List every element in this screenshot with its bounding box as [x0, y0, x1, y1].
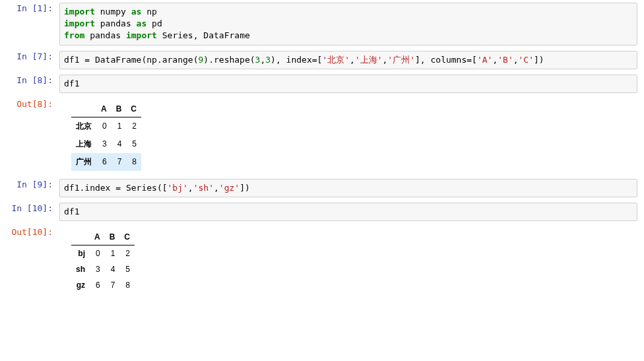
- table-cell: 6: [96, 153, 112, 171]
- code-text: df1: [64, 207, 79, 216]
- code-text: ,: [214, 183, 219, 193]
- table-cell: 8: [119, 277, 135, 293]
- input-prompt: In [10]:: [0, 203, 59, 221]
- input-prompt: In [7]:: [0, 51, 59, 69]
- cell-content: df1.index = Series(['bj','sh','gz']): [59, 179, 644, 197]
- code-text: numpy: [95, 7, 131, 16]
- keyword: as: [137, 18, 147, 28]
- code-text: ]): [240, 183, 250, 193]
- output-area: A B C 北京 0 1 2 上海 3 4 5: [59, 98, 644, 174]
- table-cell: 1: [105, 246, 120, 262]
- keyword: as: [131, 7, 142, 16]
- string-literal: 'gz': [219, 183, 240, 193]
- code-input[interactable]: df1.index = Series(['bj','sh','gz']): [59, 179, 637, 197]
- input-prompt: In [8]:: [0, 75, 59, 93]
- code-cell-10: In [10]: df1: [0, 203, 644, 221]
- string-literal: 'A': [477, 55, 492, 65]
- code-text: ).reshape(: [203, 55, 255, 65]
- output-cell-8: Out[8]: A B C 北京 0 1 2 上海: [0, 98, 644, 174]
- string-literal: 'B': [498, 55, 513, 65]
- code-cell-9: In [9]: df1.index = Series(['bj','sh','g…: [0, 179, 644, 197]
- string-literal: 'bj': [168, 183, 188, 193]
- code-input[interactable]: df1: [59, 203, 637, 221]
- table-header-cell: B: [105, 229, 120, 246]
- code-cell-1: In [1]: import numpy as np import pandas…: [0, 3, 644, 46]
- row-index: sh: [71, 261, 90, 277]
- row-index: gz: [71, 277, 90, 293]
- dataframe-table: A B C bj 0 1 2 sh 3 4 5: [71, 229, 135, 293]
- table-cell: 5: [119, 261, 135, 277]
- table-header-row: A B C: [71, 101, 141, 117]
- output-prompt: Out[10]:: [0, 226, 59, 296]
- string-literal: '广州': [387, 55, 415, 65]
- table-header-cell: [71, 229, 90, 246]
- table-cell: 6: [90, 277, 105, 293]
- table-cell: 2: [119, 246, 135, 262]
- cell-content: df1 = DataFrame(np.arange(9).reshape(3,3…: [59, 51, 644, 69]
- code-input[interactable]: df1 = DataFrame(np.arange(9).reshape(3,3…: [59, 51, 637, 69]
- code-text: pandas: [95, 18, 137, 28]
- table-cell: 5: [126, 135, 141, 153]
- table-cell: 7: [105, 277, 120, 293]
- code-cell-8: In [8]: df1: [0, 75, 644, 93]
- row-index: bj: [71, 246, 90, 262]
- table-row: bj 0 1 2: [71, 246, 135, 262]
- dataframe-table: A B C 北京 0 1 2 上海 3 4 5: [71, 101, 141, 171]
- keyword: import: [64, 7, 95, 16]
- row-index: 上海: [71, 135, 96, 153]
- row-index: 北京: [71, 117, 96, 135]
- code-text: df1: [64, 79, 79, 88]
- table-cell: 0: [90, 246, 105, 262]
- code-input[interactable]: df1: [59, 75, 637, 93]
- code-text: ), index=[: [271, 55, 322, 65]
- input-prompt: In [9]:: [0, 179, 59, 197]
- keyword: import: [126, 30, 157, 40]
- string-literal: '北京': [322, 55, 350, 65]
- table-cell: 3: [90, 261, 105, 277]
- table-cell: 8: [126, 153, 141, 171]
- output-cell-10: Out[10]: A B C bj 0 1 2 sh: [0, 226, 644, 296]
- table-cell: 4: [112, 135, 127, 153]
- table-cell: 4: [105, 261, 120, 277]
- code-cell-7: In [7]: df1 = DataFrame(np.arange(9).res…: [0, 51, 644, 69]
- string-literal: 'sh': [193, 183, 214, 193]
- table-row: 北京 0 1 2: [71, 117, 141, 135]
- keyword: import: [64, 18, 95, 28]
- input-prompt: In [1]:: [0, 3, 59, 46]
- table-cell: 2: [126, 117, 141, 135]
- table-row: gz 6 7 8: [71, 277, 135, 293]
- table-cell: 3: [96, 135, 112, 153]
- string-literal: 'C': [519, 55, 534, 65]
- code-text: ,: [513, 55, 519, 65]
- code-text: np: [141, 7, 156, 16]
- table-cell: 1: [112, 117, 127, 135]
- table-row: 广州 6 7 8: [71, 153, 141, 171]
- table-header-cell: C: [126, 101, 141, 117]
- table-header-cell: B: [112, 101, 127, 117]
- output-prompt: Out[8]:: [0, 98, 59, 174]
- table-header-cell: [71, 101, 96, 117]
- row-index: 广州: [71, 153, 96, 171]
- cell-content: df1: [59, 203, 644, 221]
- code-text: pandas: [84, 30, 126, 40]
- table-row: sh 3 4 5: [71, 261, 135, 277]
- cell-content: import numpy as np import pandas as pd f…: [59, 3, 644, 46]
- table-header-cell: C: [119, 229, 135, 246]
- table-header-row: A B C: [71, 229, 135, 246]
- code-text: ,: [350, 55, 355, 65]
- code-input[interactable]: import numpy as np import pandas as pd f…: [59, 3, 637, 46]
- table-header-cell: A: [96, 101, 112, 117]
- code-text: ]): [534, 55, 544, 65]
- code-text: df1.index = Series([: [64, 183, 168, 193]
- cell-content: df1: [59, 75, 644, 93]
- table-row: 上海 3 4 5: [71, 135, 141, 153]
- code-text: Series, DataFrame: [157, 30, 250, 40]
- string-literal: '上海': [355, 55, 383, 65]
- code-text: ,: [188, 183, 193, 193]
- code-text: pd: [146, 18, 162, 28]
- table-cell: 7: [112, 153, 127, 171]
- output-area: A B C bj 0 1 2 sh 3 4 5: [59, 226, 644, 296]
- code-text: df1 = DataFrame(np.arange(: [64, 55, 199, 65]
- table-cell: 0: [96, 117, 112, 135]
- keyword: from: [64, 30, 84, 40]
